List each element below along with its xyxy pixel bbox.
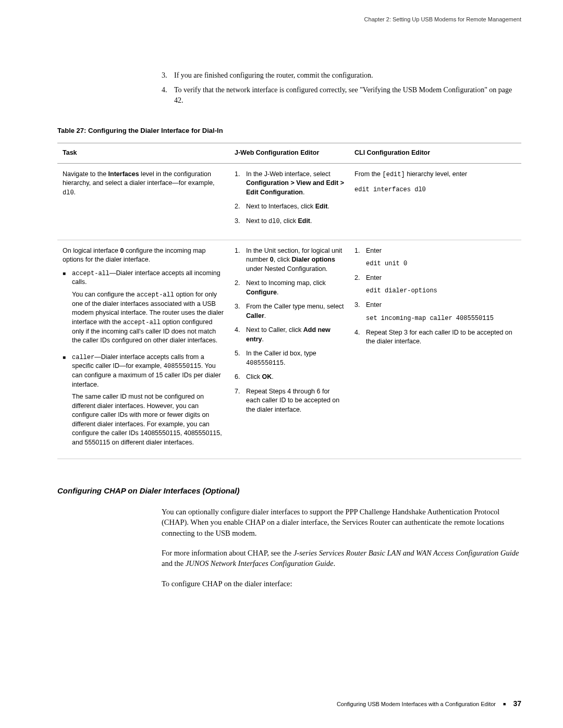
bullet-body: caller—Dialer interface accepts calls fr…: [72, 353, 224, 451]
step-text: Next to Interfaces, click Edit.: [246, 202, 329, 212]
list-item: 3. If you are finished configuring the r…: [162, 70, 521, 81]
n: 3.: [354, 301, 366, 323]
col-task: Task: [57, 143, 229, 164]
n: 7.: [235, 387, 246, 415]
t: .: [74, 189, 76, 196]
n: 1.: [235, 170, 246, 198]
list-item: 4. To verify that the network interface …: [162, 85, 521, 105]
step-text: Next to Caller, click Add new entry.: [246, 326, 344, 344]
t: under Nested Configuration.: [246, 265, 327, 273]
footer-text: Configuring USB Modem Interfaces with a …: [337, 700, 496, 708]
b: 0: [270, 256, 274, 263]
list-item: 4. Repeat Step 3 for each caller ID to b…: [354, 328, 516, 347]
t: .: [310, 217, 312, 225]
task-intro: On logical interface 0 configure the inc…: [63, 246, 224, 265]
list-item: 6. Click OK.: [235, 373, 344, 382]
m: accept-all: [137, 291, 174, 299]
m: dl0: [268, 218, 280, 225]
m: caller: [72, 354, 94, 361]
t-mono: dl0: [63, 189, 74, 196]
t-bold: Interfaces: [108, 170, 139, 178]
list-item: 2. Next to Incoming map, click Configure…: [235, 279, 344, 297]
col-cli: CLI Configuration Editor: [349, 143, 521, 164]
m: accept-all: [123, 319, 161, 326]
m: accept-all: [72, 270, 109, 277]
cite: JUNOS Network Interfaces Configuration G…: [186, 559, 334, 567]
t: From the: [354, 170, 383, 178]
section-heading: Configuring CHAP on Dialer Interfaces (O…: [57, 485, 521, 496]
cli-line: From the [edit] hierarchy level, enter: [354, 170, 516, 179]
list-item: 1. In the J-Web interface, select Config…: [235, 170, 344, 198]
bullet-icon: ■: [503, 701, 506, 708]
step-text: Repeat Steps 4 through 6 for each caller…: [246, 387, 344, 415]
para: For more information about CHAP, see the…: [162, 548, 521, 569]
t: On logical interface: [63, 247, 120, 254]
item-text: If you are finished configuring the rout…: [174, 70, 373, 81]
n: 3.: [235, 217, 246, 226]
t: You can configure the: [72, 291, 137, 298]
bullet-para: You can configure the accept-all option …: [72, 290, 224, 346]
t: , click: [280, 217, 298, 225]
step-body: Enter set incoming-map caller 4085550115: [366, 301, 494, 323]
cli-steps: 1. Enter edit unit 0 2. Enter edit diale…: [354, 246, 516, 347]
t: In the Caller id box, type: [246, 350, 316, 357]
t: hierarchy level, enter: [405, 170, 468, 178]
step-text: In the J-Web interface, select Configura…: [246, 170, 344, 198]
step-text: In the Unit section, for logical unit nu…: [246, 246, 344, 274]
b: Edit: [315, 203, 328, 210]
n: 2.: [235, 279, 246, 297]
item-number: 3.: [162, 70, 174, 81]
n: 4.: [354, 328, 366, 347]
running-header: Chapter 2: Setting Up USB Modems for Rem…: [57, 16, 521, 23]
n: 4.: [235, 326, 246, 344]
n: 1.: [354, 246, 366, 268]
task-cell: Navigate to the Interfaces level in the …: [57, 163, 229, 240]
b: OK: [262, 373, 272, 380]
cite: J-series Services Router Basic LAN and W…: [293, 549, 519, 557]
t: From the Caller type menu, select: [246, 303, 344, 310]
top-numbered-list: 3. If you are finished configuring the r…: [162, 70, 521, 105]
list-item: 1. In the Unit section, for logical unit…: [235, 246, 344, 274]
bullet-icon: ■: [63, 269, 72, 349]
page-number: 37: [513, 699, 521, 709]
config-table: Task J-Web Configuration Editor CLI Conf…: [57, 143, 521, 459]
n: 5.: [235, 349, 246, 367]
t: Enter: [366, 274, 437, 283]
item-number: 4.: [162, 85, 174, 105]
n: 1.: [235, 246, 246, 274]
continued-steps: 3. If you are finished configuring the r…: [162, 70, 521, 105]
list-item: 3. Enter set incoming-map caller 4085550…: [354, 301, 516, 323]
jweb-steps: 1. In the Unit section, for logical unit…: [235, 246, 344, 415]
cli-cell: From the [edit] hierarchy level, enter e…: [349, 163, 521, 240]
bullet-lead: accept-all—Dialer interface accepts all …: [72, 269, 224, 287]
task-cell: On logical interface 0 configure the inc…: [57, 240, 229, 459]
t: .: [303, 189, 304, 196]
t: Next to Caller, click: [246, 326, 303, 334]
table-header-row: Task J-Web Configuration Editor CLI Conf…: [57, 143, 521, 164]
step-text: In the Caller id box, type 4085550115.: [246, 349, 344, 367]
list-item: 1. Enter edit unit 0: [354, 246, 516, 268]
t: .: [327, 203, 329, 210]
list-item: ■ caller—Dialer interface accepts calls …: [63, 353, 224, 451]
t: Click: [246, 373, 262, 380]
t: In the J-Web interface, select: [246, 170, 331, 178]
jweb-cell: 1. In the J-Web interface, select Config…: [229, 163, 349, 240]
cli-command: edit unit 0: [366, 260, 407, 268]
t: Enter: [366, 301, 494, 310]
step-text: From the Caller type menu, select Caller…: [246, 302, 344, 320]
m: [edit]: [383, 171, 405, 178]
t: For more information about CHAP, see the: [162, 549, 293, 557]
table-caption: Table 27: Configuring the Dialer Interfa…: [57, 126, 521, 135]
cli-command: edit interfaces dl0: [354, 186, 516, 194]
t: Next to Interfaces, click: [246, 203, 315, 210]
bullet-icon: ■: [63, 353, 72, 451]
bullet-para: The same caller ID must not be configure…: [72, 392, 224, 447]
t: Next to: [246, 217, 268, 225]
bullet-lead: caller—Dialer interface accepts calls fr…: [72, 353, 224, 390]
list-item: 7. Repeat Steps 4 through 6 for each cal…: [235, 387, 344, 415]
list-item: 2. Next to Interfaces, click Edit.: [235, 202, 344, 212]
list-item: 2. Enter edit dialer-options: [354, 274, 516, 295]
n: 6.: [235, 373, 246, 382]
t: .: [284, 359, 285, 366]
page-footer: Configuring USB Modem Interfaces with a …: [337, 699, 521, 709]
